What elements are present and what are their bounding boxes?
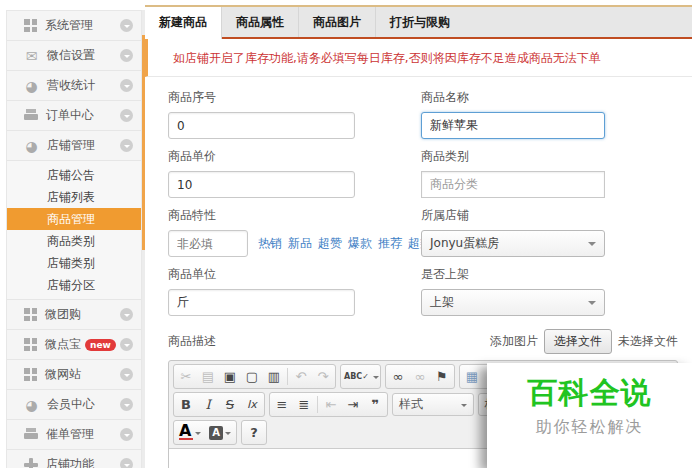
- tag-bestseller[interactable]: 爆款: [348, 235, 372, 252]
- sidebar-item-shop-management[interactable]: ◕ 店铺管理: [7, 131, 141, 161]
- indent-icon[interactable]: ⇥: [342, 394, 364, 415]
- chevron-down-icon[interactable]: [120, 308, 133, 321]
- choose-file-button[interactable]: 选择文件: [544, 329, 612, 354]
- chevron-down-icon[interactable]: [120, 428, 133, 441]
- undo-icon[interactable]: ↶: [290, 366, 312, 387]
- product-price-input[interactable]: [168, 171, 355, 198]
- chevron-down-icon[interactable]: [120, 109, 133, 122]
- sidebar-item-micro-groupbuy[interactable]: 微团购: [7, 300, 141, 330]
- image-upload: 添加图片 选择文件 未选择文件: [490, 329, 678, 354]
- watermark-subtitle: 助你轻松解决: [536, 417, 644, 438]
- sidebar-item-shop-notice[interactable]: 店铺公告: [7, 164, 141, 186]
- printer-icon: [24, 109, 38, 122]
- chevron-down-icon[interactable]: [120, 338, 133, 351]
- sidebar-item-micro-site[interactable]: 微网站: [7, 360, 141, 390]
- tab-new-product[interactable]: 新建商品: [145, 7, 222, 39]
- tab-product-images[interactable]: 商品图片: [299, 7, 376, 37]
- sidebar-item-label: 系统管理: [45, 17, 120, 34]
- anchor-flag-icon[interactable]: ⚑: [431, 366, 453, 387]
- page: 系统管理 ✉ 微信设置 ◕ 营收统计 订单中心 ◕ 店铺管理: [0, 0, 692, 468]
- product-unit-input[interactable]: [168, 289, 355, 316]
- field-label: 商品序号: [168, 89, 355, 106]
- insert-image-icon[interactable]: ▦: [461, 366, 483, 387]
- text-color-icon: A: [179, 423, 193, 440]
- sidebar-item-system[interactable]: 系统管理: [7, 11, 141, 41]
- tag-awesome[interactable]: 超赞: [318, 235, 342, 252]
- help-icon[interactable]: ?: [243, 422, 265, 443]
- onsale-select[interactable]: 上架: [421, 289, 605, 316]
- link-icon[interactable]: ∞: [387, 366, 409, 387]
- sidebar-menu: 系统管理 ✉ 微信设置 ◕ 营收统计 订单中心 ◕ 店铺管理: [6, 10, 142, 468]
- shop-select-value: Jonyu蛋糕房: [430, 235, 499, 252]
- unordered-list-icon[interactable]: ≣: [293, 394, 315, 415]
- file-status-text: 未选择文件: [618, 333, 678, 350]
- sidebar-item-shop-functions[interactable]: 店铺功能: [7, 450, 141, 468]
- field-label: 商品特性: [168, 207, 355, 224]
- watermark-title: 百科全说: [528, 376, 652, 409]
- tag-hot[interactable]: 热销: [258, 235, 282, 252]
- field-product-seq: 商品序号: [168, 80, 355, 139]
- sidebar-item-label: 店铺功能: [46, 456, 120, 468]
- style-select[interactable]: 样式: [392, 393, 474, 416]
- chevron-down-icon[interactable]: [120, 49, 133, 62]
- tab-bar: 新建商品 商品属性 商品图片 打折与限购: [145, 5, 692, 39]
- tag-recommend[interactable]: 推荐: [378, 235, 402, 252]
- bold-icon[interactable]: B: [175, 394, 197, 415]
- sidebar-item-label: 营收统计: [47, 77, 120, 94]
- field-label: 所属店铺: [421, 207, 605, 224]
- paste-icon[interactable]: ▣: [219, 366, 241, 387]
- sidebar-item-member-center[interactable]: ◕ 会员中心: [7, 390, 141, 420]
- sidebar-item-weidianbao[interactable]: 微点宝 new: [7, 330, 141, 360]
- field-label: 商品名称: [421, 89, 605, 106]
- sidebar-item-label: 催单管理: [46, 426, 120, 443]
- sidebar-item-label: 订单中心: [46, 107, 120, 124]
- text-color-button[interactable]: A: [175, 422, 205, 443]
- shop-select[interactable]: Jonyu蛋糕房: [421, 230, 605, 257]
- printer-icon: [24, 428, 38, 441]
- bg-color-button[interactable]: A: [205, 422, 235, 443]
- sidebar-item-order-center[interactable]: 订单中心: [7, 101, 141, 131]
- sidebar-item-revenue-stats[interactable]: ◕ 营收统计: [7, 71, 141, 101]
- chevron-down-icon: [195, 432, 201, 438]
- cut-icon[interactable]: ✂: [175, 366, 197, 387]
- redo-icon[interactable]: ↷: [312, 366, 334, 387]
- paste-text-icon[interactable]: ▢: [241, 366, 263, 387]
- sidebar-item-shop-category[interactable]: 店铺类别: [7, 252, 141, 274]
- sidebar-item-shop-zone[interactable]: 店铺分区: [7, 274, 141, 296]
- copy-icon[interactable]: ▤: [197, 366, 219, 387]
- sidebar-submenu-shop: 店铺公告 店铺列表 商品管理 商品类别 店铺类别 店铺分区: [7, 161, 141, 300]
- chevron-down-icon[interactable]: [120, 398, 133, 411]
- chevron-down-icon[interactable]: [120, 79, 133, 92]
- onsale-select-value: 上架: [430, 294, 454, 311]
- ordered-list-icon[interactable]: ≡: [271, 394, 293, 415]
- product-seq-input[interactable]: [168, 112, 355, 139]
- sidebar-item-product-management[interactable]: 商品管理: [7, 208, 141, 230]
- tab-discount-limit[interactable]: 打折与限购: [376, 7, 464, 37]
- chevron-down-icon[interactable]: [120, 458, 133, 468]
- product-feature-input[interactable]: [168, 230, 248, 257]
- spellcheck-icon[interactable]: ABC✓: [342, 366, 371, 387]
- product-category-input[interactable]: [421, 171, 605, 198]
- outdent-icon[interactable]: ⇤: [320, 394, 342, 415]
- strikethrough-icon[interactable]: S: [219, 394, 241, 415]
- pie-chart-icon: ◕: [24, 139, 39, 153]
- chevron-down-icon[interactable]: [120, 19, 133, 32]
- sidebar-item-product-category[interactable]: 商品类别: [7, 230, 141, 252]
- field-product-category: 商品类别: [421, 139, 605, 198]
- unlink-icon[interactable]: ∞: [409, 366, 431, 387]
- italic-icon[interactable]: I: [197, 394, 219, 415]
- field-shop: 所属店铺 Jonyu蛋糕房: [421, 198, 605, 257]
- sidebar-item-wechat-settings[interactable]: ✉ 微信设置: [7, 41, 141, 71]
- chevron-down-icon[interactable]: [120, 368, 133, 381]
- sidebar-item-shop-list[interactable]: 店铺列表: [7, 186, 141, 208]
- sidebar: 系统管理 ✉ 微信设置 ◕ 营收统计 订单中心 ◕ 店铺管理: [0, 10, 145, 468]
- tab-product-attributes[interactable]: 商品属性: [222, 7, 299, 37]
- tag-new[interactable]: 新品: [288, 235, 312, 252]
- sidebar-item-reminder-management[interactable]: 催单管理: [7, 420, 141, 450]
- sidebar-item-label: 微网站: [45, 366, 120, 383]
- paste-word-icon[interactable]: ▥: [263, 366, 285, 387]
- remove-format-icon[interactable]: Ix: [241, 394, 263, 415]
- blockquote-icon[interactable]: ❞: [364, 394, 386, 415]
- product-name-input[interactable]: [421, 112, 605, 139]
- chevron-up-icon[interactable]: [120, 139, 133, 152]
